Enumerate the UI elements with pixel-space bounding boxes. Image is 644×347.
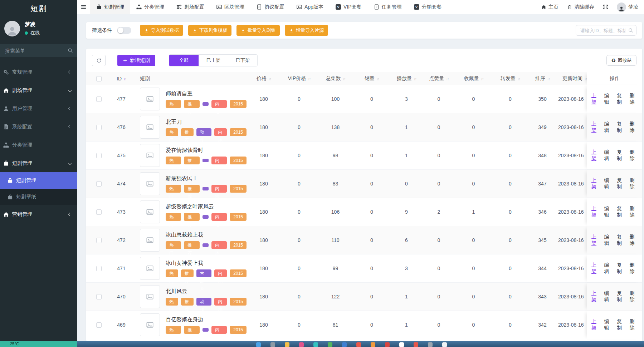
edit-link[interactable]: 编辑	[604, 290, 613, 303]
row-checkbox[interactable]	[96, 125, 102, 130]
column-header-favorites[interactable]: 收藏量↓↑	[455, 72, 492, 85]
publish-link[interactable]: 上架	[591, 177, 600, 190]
taskbar-app-icon[interactable]	[442, 342, 447, 347]
taskbar-app-icon[interactable]	[385, 342, 390, 347]
publish-link[interactable]: 上架	[591, 262, 600, 275]
column-header-episodes[interactable]: 总集数↓↑	[317, 72, 353, 85]
edit-link[interactable]: 编辑	[604, 234, 613, 247]
import-button[interactable]: 批量导入剧集	[236, 25, 280, 36]
column-header-sort[interactable]: 排序↓↑	[528, 72, 557, 85]
sort-icon[interactable]: ↓↑	[376, 76, 379, 81]
row-checkbox[interactable]	[96, 181, 102, 187]
sort-icon[interactable]: ↓↑	[123, 76, 126, 81]
hamburger-icon[interactable]	[77, 4, 90, 10]
clear-cache-link[interactable]: 清除缓存	[567, 4, 594, 10]
delete-link[interactable]: 删除	[630, 205, 638, 218]
taskbar-app-icon[interactable]	[328, 342, 332, 347]
edit-link[interactable]: 编辑	[604, 93, 613, 105]
sidebar-item-drama[interactable]: 短剧管理	[0, 154, 77, 172]
delete-link[interactable]: 删除	[630, 121, 638, 134]
sort-icon[interactable]: ↓↑	[584, 76, 587, 81]
nav-tab-vip-package[interactable]: VIP套餐	[330, 0, 368, 14]
column-header-sales[interactable]: 销量↓↑	[353, 72, 390, 85]
nav-tab-app-version[interactable]: App版本	[291, 0, 330, 14]
row-checkbox[interactable]	[96, 322, 102, 328]
copy-link[interactable]: 复制	[617, 177, 625, 190]
sort-icon[interactable]: ↓↑	[268, 76, 271, 81]
edit-link[interactable]: 编辑	[604, 262, 613, 275]
taskbar-app-icon[interactable]	[356, 342, 361, 347]
nav-tab-block-manage[interactable]: 区块管理	[210, 0, 250, 14]
taskbar-app-icon[interactable]	[256, 342, 261, 347]
taskbar-app-icon[interactable]	[285, 342, 289, 347]
copy-link[interactable]: 复制	[617, 262, 625, 275]
row-checkbox[interactable]	[96, 153, 102, 158]
row-checkbox[interactable]	[96, 96, 102, 102]
edit-link[interactable]: 编辑	[604, 149, 613, 162]
recycle-bin-button[interactable]: ♻回收站	[606, 55, 636, 66]
sidebar-item-theater[interactable]: 剧场管理	[0, 81, 77, 99]
delete-link[interactable]: 删除	[630, 290, 638, 303]
sidebar-item-users[interactable]: 用户管理	[0, 99, 77, 118]
home-link[interactable]: 主页	[541, 4, 558, 10]
tab-off-shelf[interactable]: 已下架	[228, 55, 257, 66]
sidebar-search-input[interactable]	[0, 44, 77, 57]
copy-link[interactable]: 复制	[617, 121, 625, 134]
taskbar-app-icon[interactable]	[270, 342, 275, 347]
copy-link[interactable]: 复制	[617, 318, 625, 331]
import-button[interactable]: 导入测试数据	[140, 25, 183, 36]
sort-icon[interactable]: ↓↑	[481, 76, 483, 81]
sidebar-subitem-drama-wallpaper[interactable]: 短剧壁纸	[0, 189, 77, 205]
copy-link[interactable]: 复制	[617, 205, 625, 218]
taskbar-app-icon[interactable]	[313, 342, 318, 347]
filter-toggle[interactable]	[117, 27, 131, 34]
publish-link[interactable]: 上架	[591, 149, 600, 162]
column-header-shares[interactable]: 转发量↓↑	[492, 72, 528, 85]
copy-link[interactable]: 复制	[617, 149, 625, 162]
taskbar-app-icon[interactable]	[299, 342, 304, 347]
sidebar-item-system[interactable]: 系统配置	[0, 118, 77, 136]
taskbar-app-icon[interactable]	[428, 342, 433, 347]
sort-icon[interactable]: ↓↑	[308, 76, 310, 81]
publish-link[interactable]: 上架	[591, 121, 600, 134]
column-header-id[interactable]: ID↓↑	[107, 72, 136, 85]
nav-tab-distribution[interactable]: 分销套餐	[408, 0, 448, 14]
sidebar-subitem-drama-manage[interactable]: 短剧管理	[0, 172, 77, 189]
column-header-likes[interactable]: 点赞量↓↑	[423, 72, 455, 85]
column-header-vip-price[interactable]: VIP价格↓↑	[281, 72, 317, 85]
nav-tab-drama-manage[interactable]: 短剧管理	[90, 0, 130, 14]
taskbar-app-icon[interactable]	[414, 342, 418, 347]
column-header-updated[interactable]: 更新时间↓↑	[557, 72, 587, 85]
refresh-button[interactable]	[92, 55, 106, 66]
sort-icon[interactable]: ↓↑	[414, 76, 416, 81]
publish-link[interactable]: 上架	[591, 93, 600, 105]
row-checkbox[interactable]	[96, 266, 102, 271]
sort-icon[interactable]: ↓↑	[343, 76, 345, 81]
nav-tab-category[interactable]: 分类管理	[130, 0, 170, 14]
copy-link[interactable]: 复制	[617, 93, 625, 105]
sort-icon[interactable]: ↓↑	[446, 76, 449, 81]
sort-icon[interactable]: ↓↑	[547, 76, 550, 81]
user-menu[interactable]: 梦凌	[617, 3, 638, 12]
delete-link[interactable]: 删除	[630, 262, 638, 275]
taskbar-app-icon[interactable]	[342, 342, 347, 347]
publish-link[interactable]: 上架	[591, 318, 600, 331]
publish-link[interactable]: 上架	[591, 290, 600, 303]
nav-tab-theater-config[interactable]: 剧场配置	[170, 0, 210, 14]
row-checkbox[interactable]	[96, 238, 102, 243]
taskbar-weather[interactable]: 25℃	[0, 341, 77, 347]
fullscreen-button[interactable]	[603, 4, 608, 10]
sidebar-item-marketing[interactable]: 营销管理	[0, 205, 77, 223]
import-button[interactable]: 下载剧集模板	[188, 25, 231, 36]
column-header-plays[interactable]: 播放量↓↑	[390, 72, 423, 85]
delete-link[interactable]: 删除	[630, 318, 638, 331]
edit-link[interactable]: 编辑	[604, 177, 613, 190]
taskbar-app-icon[interactable]	[371, 342, 375, 347]
edit-link[interactable]: 编辑	[604, 205, 613, 218]
tab-on-shelf[interactable]: 已上架	[199, 55, 228, 66]
copy-link[interactable]: 复制	[617, 234, 625, 247]
tab-all[interactable]: 全部	[169, 55, 199, 66]
row-checkbox[interactable]	[96, 294, 102, 299]
edit-link[interactable]: 编辑	[604, 121, 613, 134]
search-icon[interactable]	[628, 28, 633, 33]
